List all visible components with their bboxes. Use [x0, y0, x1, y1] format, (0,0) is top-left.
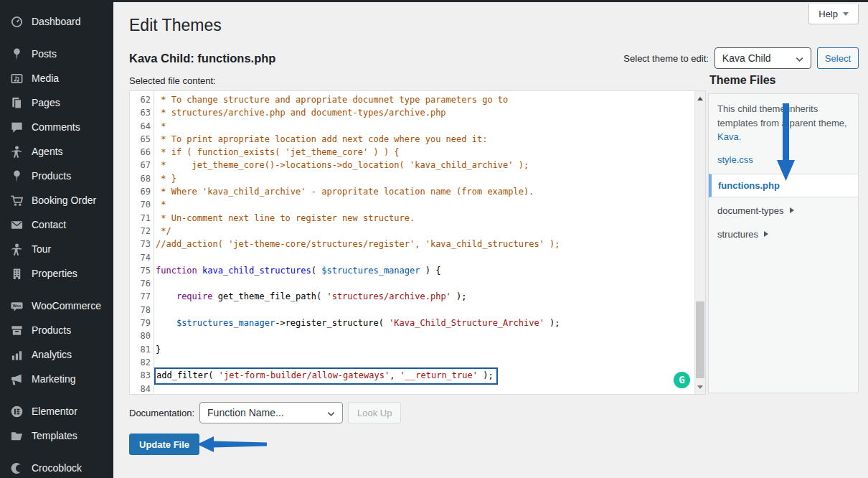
crocoblock-icon [9, 461, 24, 475]
code-line: * [156, 198, 705, 211]
line-number: 83 [130, 369, 151, 382]
sidebar-item-analytics[interactable]: Analytics [0, 342, 113, 367]
sidebar-item-comments[interactable]: Comments [0, 115, 113, 139]
editor-column: Selected file content: 62636465666768697… [129, 75, 706, 455]
sidebar-item-crocoblock[interactable]: Crocoblock [0, 456, 113, 478]
theme-file-style.css[interactable]: style.css [709, 146, 858, 169]
sidebar-item-label: Contact [32, 219, 66, 230]
help-button-label: Help [819, 9, 838, 19]
theme-dropdown[interactable]: Kava Child [714, 47, 811, 69]
sidebar-item-woocommerce[interactable]: WooWooCommerce [0, 294, 113, 318]
sidebar-item-booking-order[interactable]: Booking Order [0, 188, 113, 212]
sidebar-item-label: Pages [32, 97, 60, 108]
code-line: * if ( function_exists( 'jet_theme_core'… [156, 146, 705, 159]
line-number: 63 [130, 106, 151, 119]
look-up-button[interactable]: Look Up [348, 402, 401, 423]
sidebar-item-label: Comments [32, 121, 80, 133]
sidebar-item-label: Media [32, 72, 59, 84]
code-line: function kava_child_structures( $structu… [156, 264, 705, 277]
theme-file-functions.php[interactable]: functions.php [709, 174, 858, 197]
documentation-dropdown[interactable]: Function Name... [199, 402, 343, 423]
scrollbar-thumb[interactable] [696, 301, 704, 378]
media-icon [9, 71, 24, 85]
select-theme-button[interactable]: Select [817, 47, 859, 69]
woocommerce-icon: Woo [9, 299, 24, 313]
code-line: //add_action( 'jet-theme-core/structures… [156, 238, 705, 250]
theme-files-list: style.cssfunctions.phpdocument-typesstru… [709, 146, 858, 246]
code-line: * Where 'kava_child_archive' - aproprita… [156, 185, 705, 198]
line-number: 69 [130, 185, 151, 198]
code-editor[interactable]: 6263646566676869707172737475767778798081… [129, 90, 706, 395]
line-number: 84 [130, 383, 151, 395]
sidebar-item-properties[interactable]: Properties [0, 261, 113, 286]
child-theme-description: This child theme inherits templates from… [709, 94, 858, 146]
code-line: */ [156, 225, 705, 238]
code-content: * To change structure and apropriate doc… [154, 91, 705, 394]
line-number: 67 [130, 159, 151, 172]
sidebar-item-templates[interactable]: Templates [0, 423, 113, 448]
sidebar-item-dashboard[interactable]: Dashboard [0, 9, 113, 34]
code-line: add_filter( 'jet-form-builder/allow-gate… [156, 369, 705, 382]
scroll-down-button[interactable] [695, 382, 705, 393]
description-text: This child theme inherits templates from… [717, 103, 847, 128]
documentation-dropdown-value: Function Name... [207, 407, 284, 418]
theme-file-structures[interactable]: structures [709, 222, 858, 246]
sidebar-menu: DashboardPostsMediaPagesCommentsAgentsPr… [0, 9, 113, 478]
line-number: 66 [130, 146, 151, 159]
sidebar-item-elementor[interactable]: Elementor [0, 399, 113, 423]
code-line: * To print apropriate location add next … [156, 133, 705, 146]
sidebar-item-tour[interactable]: Tour [0, 237, 113, 261]
code-line [156, 251, 705, 264]
elementor-icon [9, 404, 24, 418]
code-line: * Un-comment next line to register new s… [156, 212, 705, 225]
code-line: } [156, 343, 705, 356]
parent-theme-link[interactable]: Kava. [717, 131, 741, 142]
person-icon [9, 144, 24, 159]
sidebar-item-agents[interactable]: Agents [0, 139, 113, 164]
line-number: 74 [130, 251, 151, 264]
sidebar-item-label: Agents [32, 146, 63, 157]
code-line: * jet_theme_core()->locations->do_locati… [156, 159, 705, 172]
envelope-icon [9, 217, 24, 232]
building-icon [9, 266, 24, 281]
sidebar-item-label: Products [32, 324, 71, 336]
sidebar-item-label: Crocoblock [32, 462, 82, 474]
admin-sidebar: DashboardPostsMediaPagesCommentsAgentsPr… [0, 0, 113, 478]
grammarly-icon[interactable]: G [674, 372, 690, 388]
documentation-label: Documentation: [129, 408, 194, 418]
bar-chart-icon [9, 347, 24, 362]
help-button[interactable]: Help [808, 4, 859, 24]
page-title: Edit Themes [129, 16, 859, 35]
update-file-button[interactable]: Update File [129, 434, 199, 455]
wordpress-admin-page: DashboardPostsMediaPagesCommentsAgentsPr… [0, 0, 868, 478]
theme-file-document-types[interactable]: document-types [709, 199, 858, 222]
code-line: * structures/archive.php and document-ty… [156, 106, 705, 119]
highlighted-code-box: add_filter( 'jet-form-builder/allow-gate… [154, 367, 498, 384]
sidebar-item-label: Dashboard [32, 16, 81, 27]
line-number: 71 [130, 212, 151, 225]
code-line: $structures_manager->register_structure(… [156, 317, 705, 329]
theme-select-controls: Select theme to edit: Kava Child Select [623, 47, 859, 69]
scroll-up-button[interactable] [695, 93, 705, 104]
line-number-gutter: 6263646566676869707172737475767778798081… [130, 91, 154, 394]
line-number: 75 [130, 264, 151, 277]
sidebar-item-products[interactable]: Products [0, 318, 113, 342]
sidebar-item-products[interactable]: Products [0, 164, 113, 188]
line-number: 70 [130, 198, 151, 211]
sidebar-item-marketing[interactable]: Marketing [0, 367, 113, 391]
select-theme-label: Select theme to edit: [623, 53, 709, 64]
chevron-right-icon [764, 231, 768, 237]
line-number: 81 [130, 343, 151, 356]
editor-scrollbar[interactable] [694, 91, 705, 394]
pushpin-icon [9, 169, 24, 183]
sidebar-item-pages[interactable]: Pages [0, 90, 113, 115]
comments-icon [9, 120, 24, 134]
sidebar-item-contact[interactable]: Contact [0, 212, 113, 237]
line-number: 76 [130, 277, 151, 290]
sidebar-item-label: Elementor [32, 406, 77, 417]
sidebar-item-media[interactable]: Media [0, 66, 113, 90]
code-line [156, 329, 705, 342]
documentation-row: Documentation: Function Name... Look Up [129, 402, 706, 423]
sidebar-item-posts[interactable]: Posts [0, 42, 113, 66]
sidebar-item-label: Products [32, 170, 71, 182]
